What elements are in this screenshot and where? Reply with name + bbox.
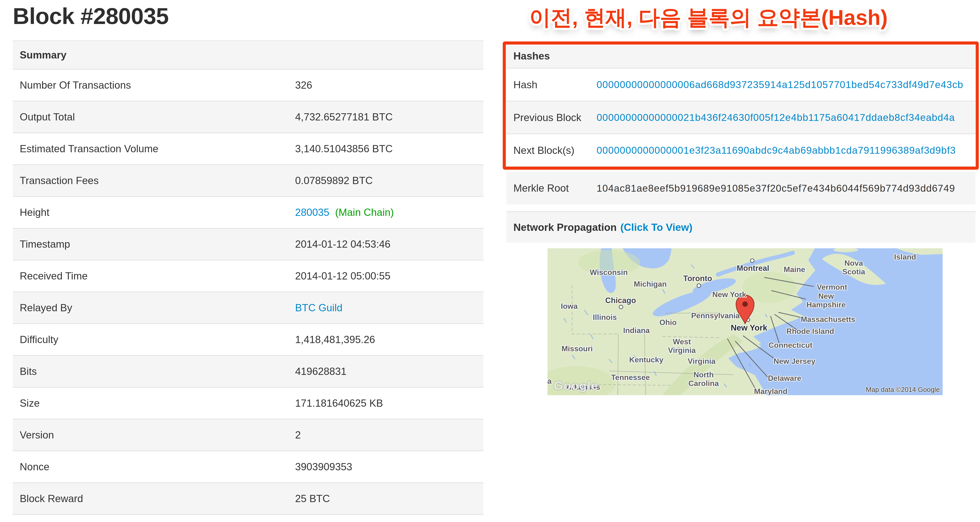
- height-link[interactable]: 280035: [295, 206, 329, 218]
- map-label: Missouri: [562, 345, 593, 353]
- summary-header: Summary: [13, 41, 484, 70]
- row-label: Transaction Fees: [13, 175, 295, 187]
- row-value: 0.07859892 BTC: [295, 175, 484, 187]
- row-label: Timestamp: [13, 238, 295, 250]
- map-image[interactable]: Wisconsin Michigan Toronto Montreal Main…: [547, 248, 943, 395]
- table-row-previous-block: Previous Block 00000000000000021b436f246…: [506, 102, 975, 134]
- row-label: Block Reward: [13, 493, 295, 505]
- montreal-dot: [750, 259, 754, 262]
- summary-table: Summary Number Of Transactions 326 Outpu…: [13, 40, 484, 515]
- row-value: 3903909353: [295, 461, 484, 473]
- map-label: Nova Scotia: [842, 259, 865, 276]
- row-label: Hash: [506, 79, 597, 91]
- map-label: a: [547, 377, 552, 386]
- table-row: Estimated Transaction Volume 3,140.51043…: [13, 133, 484, 165]
- row-value: 4,732.65277181 BTC: [295, 111, 484, 123]
- map-label: Island: [894, 253, 916, 261]
- hashes-header: Hashes: [506, 44, 975, 68]
- network-propagation-title: Network Propagation: [514, 221, 617, 233]
- row-label: Merkle Root: [506, 182, 597, 194]
- hashes-table: Hashes Hash 00000000000000006ad668d93723…: [506, 44, 975, 167]
- table-row: Block Reward 25 BTC: [13, 483, 484, 515]
- map-label: Wisconsin: [590, 268, 628, 277]
- map-label: New Hampshire: [807, 292, 846, 309]
- lake-st-clair: [657, 308, 663, 313]
- map-label: Connecticut: [768, 341, 813, 349]
- map-label: North Carolina: [688, 371, 719, 387]
- row-label: Version: [13, 429, 295, 441]
- row-value: 1,418,481,395.26: [295, 334, 484, 346]
- row-label: Next Block(s): [506, 144, 597, 156]
- click-to-view-link[interactable]: (Click To View): [620, 221, 692, 233]
- row-label: Size: [13, 397, 295, 409]
- toronto-dot: [697, 284, 701, 287]
- row-value: 2014-01-12 05:00:55: [295, 270, 484, 282]
- map-label: New York: [731, 323, 767, 332]
- map-label: Tennessee: [611, 373, 650, 382]
- row-value: BTC Guild: [295, 302, 484, 314]
- map-label: Delaware: [768, 374, 801, 382]
- merkle-root-value: 104ac81ae8eef5b919689e91085e37f20c5ef7e4…: [597, 182, 975, 194]
- table-row: Transaction Fees 0.07859892 BTC: [13, 165, 484, 197]
- table-row: Difficulty 1,418,481,395.26: [13, 324, 484, 356]
- row-label: Previous Block: [506, 112, 597, 124]
- row-value: 3,140.51043856 BTC: [295, 143, 484, 155]
- table-row: Nonce 3903909353: [13, 451, 484, 483]
- map-label: Montreal: [737, 264, 769, 273]
- map-label: New York: [712, 290, 746, 299]
- table-row-height: Height 280035 (Main Chain): [13, 197, 484, 228]
- map-label: Maryland: [754, 387, 788, 395]
- table-row-next-block: Next Block(s) 0000000000000001e3f23a1169…: [506, 134, 975, 167]
- map-label: Iowa: [561, 302, 578, 311]
- network-propagation-header: Network Propagation (Click To View): [506, 212, 975, 243]
- annotation-overlay: 이전, 현재, 다음 블록의 요약본(Hash): [497, 4, 920, 32]
- map-label: Massachusetts: [801, 316, 855, 324]
- map-label: Michigan: [634, 280, 667, 289]
- hash-link[interactable]: 00000000000000006ad668d937235914a125d105…: [597, 79, 963, 90]
- row-label: Estimated Transaction Volume: [13, 143, 295, 155]
- map-label: Indiana: [623, 326, 650, 335]
- relayed-by-link[interactable]: BTC Guild: [295, 302, 342, 314]
- table-row: Output Total 4,732.65277181 BTC: [13, 102, 484, 133]
- previous-block-link[interactable]: 00000000000000021b436f24630f005f12e4bb11…: [597, 112, 955, 123]
- row-value: 25 BTC: [295, 493, 484, 505]
- row-label: Height: [13, 206, 295, 218]
- map-label: Toronto: [683, 274, 712, 283]
- row-value: 280035 (Main Chain): [295, 206, 484, 218]
- summary-body: Number Of Transactions 326 Output Total …: [13, 70, 484, 515]
- main-chain-label: (Main Chain): [335, 206, 394, 218]
- map-label: Maine: [784, 265, 805, 274]
- table-row: Received Time 2014-01-12 05:00:55: [13, 260, 484, 292]
- row-label: Number Of Transactions: [13, 79, 295, 91]
- next-block-link[interactable]: 0000000000000001e3f23a11690abdc9c4ab69ab…: [597, 145, 956, 156]
- network-propagation-section: Network Propagation (Click To View): [506, 211, 975, 243]
- map-label: Ohio: [659, 318, 677, 327]
- row-value: 0000000000000001e3f23a11690abdc9c4ab69ab…: [597, 144, 975, 156]
- table-row-hash: Hash 00000000000000006ad668d937235914a12…: [506, 68, 975, 102]
- map-label: Chicago: [605, 296, 636, 305]
- map-label: Kentucky: [629, 355, 663, 364]
- page-title: Block #280035: [13, 3, 169, 29]
- map-label: Illinois: [593, 313, 617, 322]
- row-value: 2014-01-12 04:53:46: [295, 238, 484, 250]
- table-row: Version 2: [13, 419, 484, 451]
- table-row: Number Of Transactions 326: [13, 70, 484, 102]
- table-row-relayed-by: Relayed By BTC Guild: [13, 292, 484, 324]
- row-label: Relayed By: [13, 302, 295, 314]
- table-row-merkle-root: Merkle Root 104ac81ae8eef5b919689e91085e…: [506, 172, 975, 205]
- row-label: Difficulty: [13, 334, 295, 346]
- row-label: Nonce: [13, 461, 295, 473]
- map-label: Pennsylvania: [691, 312, 740, 320]
- row-label: Output Total: [13, 111, 295, 123]
- table-row: Size 171.181640625 KB: [13, 387, 484, 419]
- table-row: Timestamp 2014-01-12 04:53:46: [13, 228, 484, 260]
- row-label: Received Time: [13, 270, 295, 282]
- block-explorer-page: Block #280035 Summary Number Of Transact…: [0, 0, 980, 522]
- map-label: Rhode Island: [786, 327, 834, 335]
- map-label: West Virginia: [668, 338, 696, 355]
- map-label: Virginia: [688, 357, 716, 366]
- row-value: 00000000000000006ad668d937235914a125d105…: [597, 79, 975, 90]
- map-label: New Jersey: [773, 357, 816, 366]
- google-logo: Google: [554, 379, 598, 392]
- row-value: 2: [295, 429, 484, 441]
